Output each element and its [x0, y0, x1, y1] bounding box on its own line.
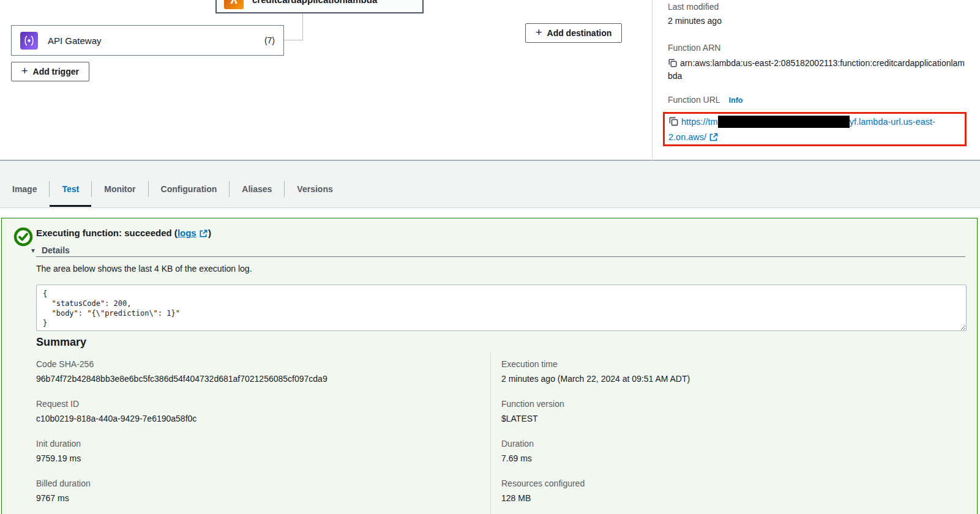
- function-url-header: Function URL Info: [668, 95, 743, 105]
- api-gateway-count: (7): [264, 35, 275, 45]
- execution-status-title: Executing function: succeeded (logs ): [36, 228, 211, 238]
- summary-item-label: Billed duration: [36, 478, 416, 489]
- summary-item-value: 9759.19 ms: [36, 452, 416, 465]
- summary-item-value: $LATEST: [501, 412, 881, 425]
- function-url-link[interactable]: https://tmyf.lambda-url.us-east-2.on.aws…: [668, 117, 935, 142]
- external-link-icon: [709, 132, 719, 142]
- add-trigger-label: Add trigger: [33, 67, 79, 76]
- summary-item-label: Execution time: [501, 359, 881, 370]
- summary-item-label: Function version: [501, 398, 881, 409]
- add-destination-label: Add destination: [547, 28, 612, 38]
- summary-item-value: 96b74f72b42848bb3e8e6bc5fc386d54f404732d…: [36, 373, 416, 386]
- tab-test[interactable]: Test: [50, 171, 91, 207]
- external-link-icon: [199, 229, 208, 238]
- summary-item-value: 9767 ms: [36, 492, 416, 505]
- function-arn-row: arn:aws:lambda:us-east-2:085182002113:fu…: [668, 57, 965, 83]
- last-modified-value: 2 minutes ago: [668, 16, 722, 26]
- summary-item-resources-configured: Resources configured 128 MB: [501, 478, 881, 505]
- success-check-icon: [13, 227, 33, 247]
- redaction-bar: [718, 116, 850, 128]
- summary-item-label: Code SHA-256: [36, 359, 416, 370]
- last-modified-label: Last modified: [668, 2, 719, 12]
- summary-item-label: Resources configured: [501, 478, 881, 489]
- plus-icon: +: [21, 65, 28, 76]
- tab-configuration[interactable]: Configuration: [149, 171, 230, 207]
- summary-right-column: Execution time 2 minutes ago (March 22, …: [501, 359, 881, 514]
- tab-image[interactable]: Image: [12, 171, 49, 207]
- summary-item-duration: Duration 7.69 ms: [501, 438, 881, 465]
- summary-item-execution-time: Execution time 2 minutes ago (March 22, …: [501, 359, 881, 386]
- section-divider: [36, 256, 965, 257]
- summary-item-code-sha: Code SHA-256 96b74f72b42848bb3e8e6bc5fc3…: [36, 359, 416, 386]
- copy-icon[interactable]: [668, 58, 678, 68]
- function-arn-value: arn:aws:lambda:us-east-2:085182002113:fu…: [668, 58, 965, 81]
- api-gateway-icon: [20, 32, 38, 50]
- node-connector-vertical: [302, 13, 303, 40]
- summary-item-function-version: Function version $LATEST: [501, 398, 881, 425]
- summary-item-value: 128 MB: [501, 492, 881, 505]
- summary-item-label: Request ID: [36, 398, 416, 409]
- log-caption: The area below shows the last 4 KB of th…: [36, 264, 252, 274]
- copy-icon[interactable]: [668, 116, 679, 127]
- summary-heading: Summary: [36, 336, 86, 349]
- tab-bar: Image Test Monitor Configuration Aliases…: [0, 161, 980, 208]
- tab-aliases[interactable]: Aliases: [230, 171, 284, 207]
- summary-item-value: 7.69 ms: [501, 452, 881, 465]
- summary-column-divider: [490, 352, 491, 514]
- node-connector-horizontal: [284, 40, 303, 40]
- api-gateway-node[interactable]: API Gateway (7): [11, 25, 284, 56]
- summary-item-init-duration: Init duration 9759.19 ms: [36, 438, 416, 465]
- add-trigger-button[interactable]: + Add trigger: [11, 62, 89, 81]
- info-link[interactable]: Info: [729, 96, 743, 105]
- summary-item-value: 2 minutes ago (March 22, 2024 at 09:51 A…: [501, 373, 881, 386]
- function-url-label: Function URL: [668, 95, 720, 105]
- lambda-function-node[interactable]: λ creditcardapplicationlambda: [215, 0, 424, 13]
- caret-down-icon: ▼: [30, 247, 36, 254]
- execution-log-textarea[interactable]: { "statusCode": 200, "body": "{\"predict…: [36, 285, 967, 331]
- summary-left-column: Code SHA-256 96b74f72b42848bb3e8e6bc5fc3…: [36, 359, 416, 514]
- plus-icon: +: [536, 27, 542, 38]
- function-details-panel: Last modified 2 minutes ago Function ARN…: [652, 0, 980, 161]
- details-toggle-label: Details: [42, 245, 70, 255]
- function-arn-label: Function ARN: [668, 43, 720, 53]
- add-destination-button[interactable]: + Add destination: [525, 23, 622, 43]
- details-toggle[interactable]: ▼ Details: [30, 245, 70, 255]
- summary-item-billed-duration: Billed duration 9767 ms: [36, 478, 416, 505]
- api-gateway-label: API Gateway: [48, 35, 102, 46]
- lambda-node-label: creditcardapplicationlambda: [252, 0, 377, 5]
- function-overview-card: λ creditcardapplicationlambda API Gatewa…: [0, 0, 980, 161]
- function-url-prefix: https://tm: [681, 117, 718, 127]
- tab-versions[interactable]: Versions: [285, 171, 345, 207]
- summary-item-label: Init duration: [36, 438, 416, 449]
- lambda-console-page: λ creditcardapplicationlambda API Gatewa…: [0, 0, 980, 514]
- logs-link[interactable]: logs: [178, 228, 196, 238]
- summary-item-value: c10b0219-818a-440a-9429-7e6190a58f0c: [36, 412, 416, 425]
- status-title-close: ): [208, 228, 211, 238]
- status-title-text: Executing function: succeeded (: [36, 228, 178, 238]
- summary-item-label: Duration: [501, 438, 881, 449]
- tab-monitor[interactable]: Monitor: [92, 171, 148, 207]
- function-url-highlight-box: https://tmyf.lambda-url.us-east-2.on.aws…: [663, 112, 967, 146]
- execution-result-panel: Executing function: succeeded (logs ) ▼ …: [1, 218, 978, 514]
- summary-item-request-id: Request ID c10b0219-818a-440a-9429-7e619…: [36, 398, 416, 425]
- lambda-icon: λ: [224, 0, 244, 9]
